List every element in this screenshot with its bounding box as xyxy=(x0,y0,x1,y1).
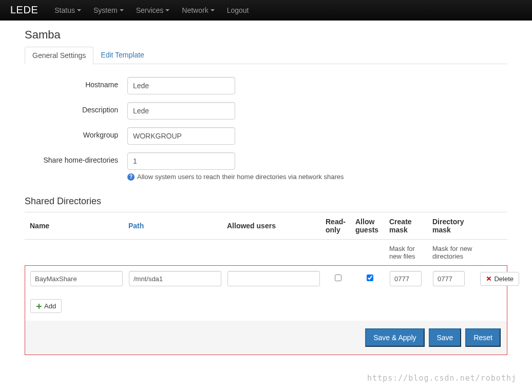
th-path[interactable]: Path xyxy=(128,222,221,230)
add-icon xyxy=(36,303,42,309)
share-home-input[interactable] xyxy=(127,152,235,170)
delete-icon xyxy=(486,276,492,282)
tab-general-settings[interactable]: General Settings xyxy=(25,47,93,64)
save-apply-button[interactable]: Save & Apply xyxy=(365,328,424,347)
description-input[interactable] xyxy=(127,102,235,120)
hint-create-mask: Mask for new files xyxy=(389,245,426,260)
description-label: Description xyxy=(25,102,127,114)
page-container: Samba General Settings Edit Template Hos… xyxy=(20,21,512,370)
nav-system[interactable]: System xyxy=(87,0,130,21)
share-path-input[interactable] xyxy=(129,271,221,286)
chevron-down-icon xyxy=(165,9,169,11)
chevron-down-icon xyxy=(77,9,81,11)
nav-services[interactable]: Services xyxy=(130,0,176,21)
delete-button[interactable]: Delete xyxy=(480,272,519,286)
nav-label: Logout xyxy=(227,6,249,14)
table-hint-row: Mask for new files Mask for new director… xyxy=(25,240,507,265)
nav-label: Services xyxy=(136,6,164,14)
th-allow-guests: Allow guests xyxy=(355,218,383,234)
share-create-mask-input[interactable] xyxy=(390,271,422,286)
general-form: Hostname Description Workgroup Share hom… xyxy=(25,77,507,181)
actions-bar: Save & Apply Save Reset xyxy=(25,321,507,355)
workgroup-input[interactable] xyxy=(127,127,235,145)
highlight-region: Delete Add Save & Apply Save Reset xyxy=(25,265,507,355)
nav-label: Status xyxy=(54,6,75,14)
brand-logo: LEDE xyxy=(10,4,38,16)
share-directory-mask-input[interactable] xyxy=(433,271,465,286)
share-home-help-text: Allow system users to reach their home d… xyxy=(137,173,344,181)
table-row: Delete xyxy=(25,266,507,291)
nav-network[interactable]: Network xyxy=(176,0,220,21)
help-icon: ? xyxy=(127,173,135,181)
hint-directory-mask: Mask for new directories xyxy=(432,245,473,260)
workgroup-label: Workgroup xyxy=(25,127,127,139)
watermark: https://blog.csdn.net/robothj xyxy=(367,374,517,383)
tab-edit-template[interactable]: Edit Template xyxy=(93,47,151,64)
share-readonly-checkbox[interactable] xyxy=(335,275,341,281)
chevron-down-icon xyxy=(120,9,124,11)
share-home-label: Share home-directories xyxy=(25,152,127,164)
chevron-down-icon xyxy=(211,9,215,11)
th-create-mask: Create mask xyxy=(389,218,426,234)
shared-directories-title: Shared Directories xyxy=(25,196,507,207)
th-name: Name xyxy=(30,222,122,230)
hostname-label: Hostname xyxy=(25,77,127,89)
add-label: Add xyxy=(44,302,56,310)
table-header-row: Name Path Allowed users Read-only Allow … xyxy=(25,212,507,239)
nav-label: Network xyxy=(182,6,208,14)
navbar: LEDE Status System Services Network Logo… xyxy=(0,0,532,21)
delete-label: Delete xyxy=(494,275,514,283)
share-name-input[interactable] xyxy=(30,271,123,286)
save-button[interactable]: Save xyxy=(429,328,462,347)
share-users-input[interactable] xyxy=(227,271,320,286)
th-read-only: Read-only xyxy=(326,218,349,234)
page-title: Samba xyxy=(25,28,507,42)
nav-label: System xyxy=(93,6,118,14)
reset-button[interactable]: Reset xyxy=(465,328,501,347)
add-button[interactable]: Add xyxy=(30,299,62,313)
tabs: General Settings Edit Template xyxy=(25,47,507,64)
hostname-input[interactable] xyxy=(127,77,235,94)
nav-logout[interactable]: Logout xyxy=(221,0,255,21)
share-guests-checkbox[interactable] xyxy=(367,275,373,281)
th-allowed-users: Allowed users xyxy=(227,222,319,230)
shared-table: Name Path Allowed users Read-only Allow … xyxy=(25,212,507,240)
th-directory-mask: Directory mask xyxy=(432,218,473,234)
nav-status[interactable]: Status xyxy=(48,0,87,21)
